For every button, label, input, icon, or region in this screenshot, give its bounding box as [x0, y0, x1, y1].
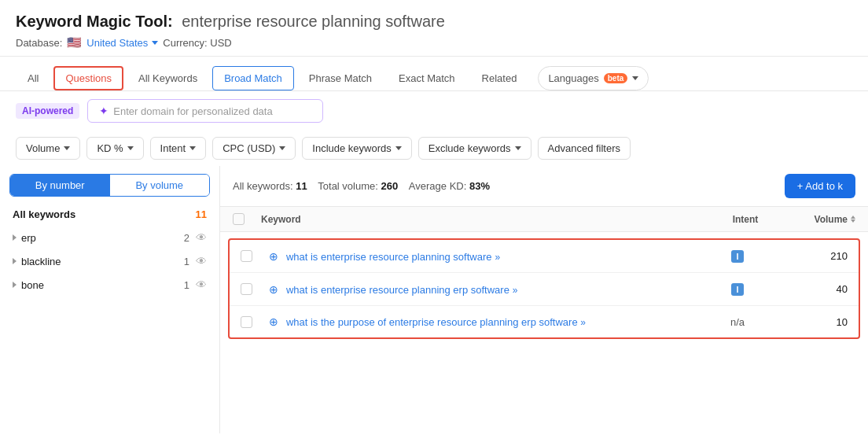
tab-questions[interactable]: Questions	[53, 66, 123, 90]
tab-related[interactable]: Related	[470, 66, 529, 90]
eye-icon-blackline[interactable]: 👁	[196, 255, 207, 267]
row-checkbox-3[interactable]	[241, 316, 252, 328]
summary-all-label: All keywords:	[233, 180, 293, 192]
filter-cpc-label: CPC (USD)	[223, 142, 275, 154]
country-selector[interactable]: United States	[86, 37, 158, 49]
sidebar-blackline-label: blackline	[21, 256, 61, 267]
filter-volume-chevron-icon	[64, 146, 70, 150]
volume-1: 210	[769, 250, 848, 262]
filter-kd-chevron-icon	[127, 146, 134, 150]
filter-kd-label: KD %	[97, 142, 123, 154]
sidebar-blackline-count: 1	[184, 256, 189, 267]
sort-by-volume[interactable]: By volume	[110, 175, 210, 196]
ai-domain-input[interactable]: ✦ Enter domain for personalized data	[87, 99, 323, 123]
add-to-button[interactable]: + Add to k	[785, 174, 855, 198]
filter-kd[interactable]: KD %	[86, 137, 143, 160]
arrows-icon-2: »	[513, 285, 518, 296]
beta-badge: beta	[604, 73, 628, 83]
arrows-icon-3: »	[580, 317, 586, 328]
tab-all[interactable]: All	[16, 66, 50, 90]
intent-badge-1: I	[731, 250, 743, 263]
filter-cpc-chevron-icon	[279, 146, 285, 150]
table-row: ⊕ what is enterprise resource planning s…	[230, 240, 859, 273]
filter-intent-label: Intent	[160, 142, 186, 154]
sidebar-item-erp[interactable]: erp 2 👁	[0, 226, 219, 249]
title-prefix: Keyword Magic Tool:	[16, 13, 173, 30]
tabs-row: All Questions All Keywords Broad Match P…	[0, 57, 868, 91]
tab-exact-match[interactable]: Exact Match	[387, 66, 467, 90]
intent-na-3: n/a	[730, 316, 745, 328]
select-all-checkbox[interactable]	[233, 213, 245, 225]
title-query: enterprise resource planning software	[182, 13, 445, 30]
summary-all-count: 11	[296, 180, 307, 192]
sidebar-all-count: 11	[196, 208, 207, 220]
filter-advanced-label: Advanced filters	[548, 142, 621, 154]
filters-row: Volume KD % Intent CPC (USD) Include key…	[0, 131, 868, 166]
filter-intent[interactable]: Intent	[150, 137, 207, 160]
sidebar-erp-count: 2	[184, 232, 189, 244]
table-header: Keyword Intent Volume	[220, 207, 868, 232]
sidebar-erp-chevron-icon	[13, 234, 17, 241]
sidebar-blackline-chevron-icon	[13, 258, 17, 264]
expand-icon-1[interactable]: ⊕	[269, 250, 278, 263]
filter-advanced[interactable]: Advanced filters	[538, 137, 631, 160]
eye-icon[interactable]: 👁	[196, 231, 207, 244]
row-checkbox-1[interactable]	[241, 250, 252, 262]
tab-phrase-match[interactable]: Phrase Match	[297, 66, 384, 90]
country-chevron-icon	[152, 41, 158, 45]
results-summary: All keywords: 11 Total volume: 260 Avera…	[220, 166, 868, 207]
page-title: Keyword Magic Tool: enterprise resource …	[16, 13, 852, 31]
tab-broad-match[interactable]: Broad Match	[212, 66, 294, 90]
tab-all-keywords[interactable]: All Keywords	[127, 66, 209, 90]
filter-exclude-label: Exclude keywords	[428, 142, 511, 154]
expand-icon-2[interactable]: ⊕	[269, 283, 278, 296]
filter-intent-chevron-icon	[189, 146, 196, 150]
languages-chevron-icon	[632, 76, 638, 80]
languages-label: Languages	[548, 72, 598, 84]
filter-exclude-keywords[interactable]: Exclude keywords	[418, 137, 531, 160]
table-row: ⊕ what is enterprise resource planning e…	[230, 273, 859, 306]
keyword-link-3[interactable]: what is the purpose of enterprise resour…	[286, 316, 580, 328]
keyword-link-1[interactable]: what is enterprise resource planning sof…	[286, 251, 492, 263]
volume-2: 40	[769, 283, 848, 295]
keyword-rows-group: ⊕ what is enterprise resource planning s…	[228, 238, 860, 339]
keyword-link-2[interactable]: what is enterprise resource planning erp…	[286, 284, 509, 296]
filter-include-keywords[interactable]: Include keywords	[302, 137, 411, 160]
sidebar-item-all[interactable]: All keywords 11	[0, 203, 219, 226]
currency-label: Currency: USD	[163, 37, 231, 49]
sparkle-icon: ✦	[99, 105, 108, 117]
summary-kd-value: 83%	[469, 180, 490, 192]
sort-buttons: By number By volume	[9, 174, 210, 197]
ai-placeholder: Enter domain for personalized data	[113, 105, 272, 117]
table-row: ⊕ what is the purpose of enterprise reso…	[230, 306, 859, 337]
sort-by-number[interactable]: By number	[10, 175, 110, 196]
eye-icon-bone[interactable]: 👁	[196, 278, 207, 291]
sidebar-item-blackline[interactable]: blackline 1 👁	[0, 249, 219, 273]
volume-3: 10	[769, 316, 848, 328]
sidebar-bone-count: 1	[184, 279, 189, 291]
row-checkbox-2[interactable]	[241, 283, 252, 295]
keyword-text-3b: software	[539, 316, 577, 328]
header: Keyword Magic Tool: enterprise resource …	[0, 0, 868, 57]
col-volume-header: Volume	[777, 214, 855, 225]
col-keyword-header: Keyword	[261, 214, 714, 225]
volume-sort-icon[interactable]	[851, 216, 855, 223]
filter-cpc[interactable]: CPC (USD)	[212, 137, 296, 160]
tab-languages[interactable]: Languages beta	[538, 66, 649, 90]
flag-icon: 🇺🇸	[67, 35, 82, 50]
filter-volume-label: Volume	[26, 142, 60, 154]
header-meta: Database: 🇺🇸 United States Currency: USD	[16, 35, 852, 50]
sidebar-item-bone[interactable]: bone 1 👁	[0, 273, 219, 297]
results-panel: All keywords: 11 Total volume: 260 Avera…	[220, 166, 868, 433]
summary-volume-label: Total volume:	[318, 180, 378, 192]
ai-row: AI-powered ✦ Enter domain for personaliz…	[0, 91, 868, 131]
sidebar: By number By volume All keywords 11 erp …	[0, 166, 220, 433]
filter-include-label: Include keywords	[312, 142, 391, 154]
sidebar-all-label: All keywords	[13, 208, 75, 220]
filter-volume[interactable]: Volume	[16, 137, 80, 160]
arrows-icon-1: »	[495, 252, 500, 263]
country-label: United States	[86, 37, 148, 49]
main-content: By number By volume All keywords 11 erp …	[0, 166, 868, 433]
sidebar-erp-label: erp	[21, 232, 36, 244]
expand-icon-3[interactable]: ⊕	[269, 315, 278, 328]
